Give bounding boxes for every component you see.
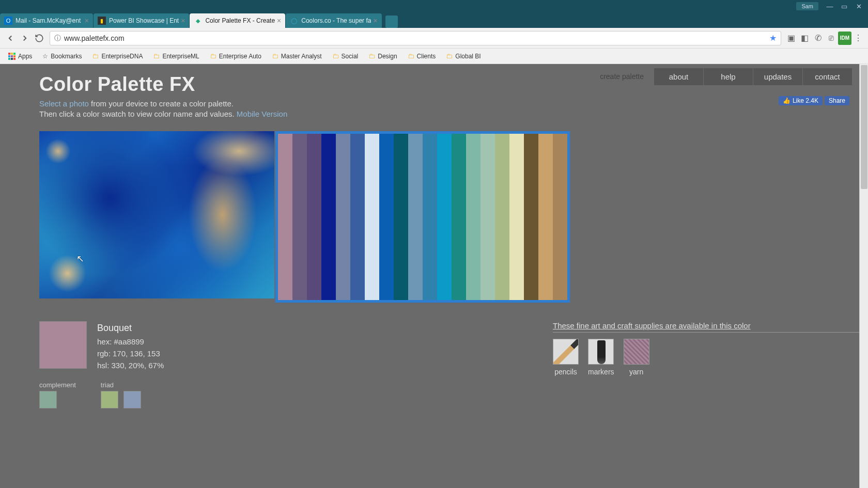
palette-swatch[interactable] xyxy=(321,134,336,300)
vertical-scrollbar[interactable] xyxy=(859,64,868,488)
window-minimize-button[interactable]: — xyxy=(823,1,837,11)
tab-close-icon[interactable]: × xyxy=(181,17,185,25)
triad-swatch[interactable] xyxy=(123,391,141,408)
color-name: Bouquet xyxy=(97,321,164,336)
bookmark-label: EnterpriseDNA xyxy=(101,53,143,60)
complement-swatch[interactable] xyxy=(39,391,57,408)
fb-share-button[interactable]: Share xyxy=(825,96,849,105)
palette-swatch[interactable] xyxy=(524,134,538,300)
bookmark-label: Master Analyst xyxy=(281,53,322,60)
select-photo-link[interactable]: Select a photo xyxy=(39,99,89,108)
triad-label: triad xyxy=(101,381,141,389)
palette-swatch[interactable] xyxy=(336,134,350,300)
supply-row: pencils markers yarn xyxy=(553,339,868,376)
window-close-button[interactable]: ✕ xyxy=(851,1,866,11)
window-maximize-button[interactable]: ▭ xyxy=(837,1,851,11)
nav-help[interactable]: help xyxy=(704,68,753,85)
chrome-menu-button[interactable]: ⋮ xyxy=(851,32,865,45)
page-content: create palette about help updates contac… xyxy=(0,64,868,488)
new-tab-button[interactable] xyxy=(385,15,398,28)
palette-swatch[interactable] xyxy=(495,134,509,300)
tab-title: Color Palette FX - Create xyxy=(205,17,275,24)
browser-tab-powerbi[interactable]: ▮ Power BI Showcase | Ent × xyxy=(94,13,189,28)
nav-about[interactable]: about xyxy=(654,68,704,85)
coolors-icon: ◯ xyxy=(290,17,298,25)
apps-button[interactable]: Apps xyxy=(3,53,37,60)
palette-swatch[interactable] xyxy=(452,134,466,300)
site-icon: ▮ xyxy=(98,17,106,25)
thumbs-up-icon: 👍 xyxy=(783,97,791,104)
bookmark-folder[interactable]: 🗀EnterpriseDNA xyxy=(87,52,148,60)
supply-yarn[interactable]: yarn xyxy=(624,339,649,376)
extension-icon[interactable]: ✆ xyxy=(811,32,825,45)
color-rgb: rgb: 170, 136, 153 xyxy=(97,348,164,359)
reload-button[interactable] xyxy=(32,31,47,45)
supply-markers[interactable]: markers xyxy=(588,339,614,376)
palette-swatch[interactable] xyxy=(509,134,524,300)
palettefx-icon: ◆ xyxy=(194,17,202,25)
browser-address-bar: ⓘ www.palettefx.com ★ ▣ ◧ ✆ ⎚ IDM ⋮ xyxy=(0,28,868,49)
extension-icon[interactable]: ▣ xyxy=(784,32,798,45)
marble-painting xyxy=(39,131,274,298)
palette-swatch[interactable] xyxy=(553,134,567,300)
harmony-row: complement triad xyxy=(39,381,164,408)
extension-icon[interactable]: ◧ xyxy=(798,32,811,45)
palette-swatch[interactable] xyxy=(466,134,481,300)
supply-pencils[interactable]: pencils xyxy=(553,339,579,376)
nav-contact[interactable]: contact xyxy=(803,68,853,85)
extension-icon[interactable]: ⎚ xyxy=(825,32,838,45)
back-button[interactable] xyxy=(3,31,18,45)
browser-tabstrip: O Mail - Sam.McKay@ent × ▮ Power BI Show… xyxy=(0,12,868,28)
mobile-version-link[interactable]: Mobile Version xyxy=(237,109,287,118)
tab-title: Mail - Sam.McKay@ent xyxy=(16,17,83,24)
source-image[interactable]: ↖ xyxy=(39,131,274,298)
palette-swatch[interactable] xyxy=(379,134,394,300)
bookmark-label: Social xyxy=(342,53,359,60)
chrome-user-button[interactable]: Sam xyxy=(796,2,818,10)
palette-swatch[interactable] xyxy=(437,134,452,300)
apps-label: Apps xyxy=(18,53,32,60)
complement-label: complement xyxy=(39,381,76,389)
tagline: Select a photo from your device to creat… xyxy=(39,99,868,119)
palette-swatch[interactable] xyxy=(408,134,423,300)
browser-tab-mail[interactable]: O Mail - Sam.McKay@ent × xyxy=(0,13,93,28)
address-input[interactable]: ⓘ www.palettefx.com ★ xyxy=(50,31,781,45)
tab-close-icon[interactable]: × xyxy=(85,17,89,25)
bookmark-folder[interactable]: 🗀Clients xyxy=(402,52,441,60)
selected-swatch[interactable] xyxy=(39,321,87,369)
idm-extension-icon[interactable]: IDM xyxy=(838,32,851,45)
fb-like-label: Like 2.4K xyxy=(793,97,818,104)
palette-swatch[interactable] xyxy=(394,134,408,300)
palette-swatch[interactable] xyxy=(350,134,365,300)
palette-swatch[interactable] xyxy=(538,134,553,300)
bookmark-folder[interactable]: 🗀Global BI xyxy=(441,52,486,60)
reload-icon xyxy=(35,34,44,43)
nav-updates[interactable]: updates xyxy=(753,68,803,85)
bookmark-star-icon[interactable]: ★ xyxy=(769,33,777,43)
browser-tab-coolors[interactable]: ◯ Coolors.co - The super fa × xyxy=(286,13,381,28)
palette-swatch[interactable] xyxy=(278,134,292,300)
palette-swatch[interactable] xyxy=(481,134,495,300)
tab-title: Coolors.co - The super fa xyxy=(301,17,371,24)
palette-swatch[interactable] xyxy=(307,134,321,300)
bookmark-folder[interactable]: 🗀Design xyxy=(363,52,402,60)
bookmarks-link[interactable]: ☆ Bookmarks xyxy=(37,53,87,60)
folder-icon: 🗀 xyxy=(272,52,278,60)
tab-close-icon[interactable]: × xyxy=(373,17,377,25)
tab-close-icon[interactable]: × xyxy=(277,17,281,25)
site-topnav: create palette about help updates contac… xyxy=(590,68,853,85)
fb-like-button[interactable]: 👍 Like 2.4K xyxy=(779,96,823,105)
bookmark-folder[interactable]: 🗀Enterprise Auto xyxy=(205,52,267,60)
browser-tab-palettefx[interactable]: ◆ Color Palette FX - Create × xyxy=(190,13,285,28)
bookmark-folder[interactable]: 🗀Social xyxy=(327,52,364,60)
palette-swatch[interactable] xyxy=(292,134,307,300)
forward-button[interactable] xyxy=(18,31,32,45)
bookmark-folder[interactable]: 🗀Master Analyst xyxy=(267,52,327,60)
scrollbar-thumb[interactable] xyxy=(861,65,867,189)
palette-swatch[interactable] xyxy=(423,134,437,300)
triad-swatch[interactable] xyxy=(101,391,118,408)
palette-swatch[interactable] xyxy=(365,134,379,300)
bookmark-folder[interactable]: 🗀EnterpriseML xyxy=(148,52,204,60)
folder-icon: 🗀 xyxy=(92,52,99,60)
supply-label: markers xyxy=(588,368,614,376)
